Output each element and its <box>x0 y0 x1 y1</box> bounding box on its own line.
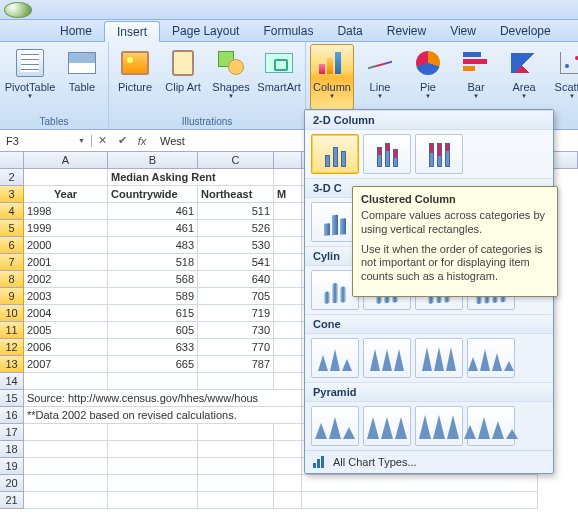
cell[interactable] <box>108 424 198 441</box>
row-header[interactable]: 4 <box>0 203 24 220</box>
cell[interactable] <box>302 475 538 492</box>
cell[interactable] <box>108 441 198 458</box>
cell[interactable] <box>274 441 302 458</box>
cell-source[interactable]: Source: http://www.census.gov/hhes/www/h… <box>24 390 302 407</box>
clipart-button[interactable]: Clip Art <box>161 44 205 110</box>
cell[interactable]: 1998 <box>24 203 108 220</box>
cell[interactable]: 730 <box>198 322 274 339</box>
cell[interactable] <box>274 254 302 271</box>
cell-header-m[interactable]: M <box>274 186 302 203</box>
pivottable-button[interactable]: PivotTable▼ <box>4 44 56 110</box>
cell[interactable]: 483 <box>108 237 198 254</box>
cell[interactable]: 589 <box>108 288 198 305</box>
cell[interactable] <box>198 424 274 441</box>
cancel-formula-icon[interactable]: ✕ <box>92 134 112 147</box>
row-header[interactable]: 6 <box>0 237 24 254</box>
tab-data[interactable]: Data <box>325 21 374 41</box>
cell[interactable] <box>24 424 108 441</box>
row-header[interactable]: 15 <box>0 390 24 407</box>
picture-button[interactable]: Picture <box>113 44 157 110</box>
row-header[interactable]: 18 <box>0 441 24 458</box>
chart-cone-clustered[interactable] <box>311 338 359 378</box>
row-header[interactable]: 17 <box>0 424 24 441</box>
cell-header-year[interactable]: Year <box>24 186 108 203</box>
cell[interactable] <box>274 220 302 237</box>
cell[interactable]: 665 <box>108 356 198 373</box>
scatter-chart-button[interactable]: Scatter▼ <box>550 44 578 110</box>
chart-pyramid-3d[interactable] <box>467 406 515 446</box>
cell[interactable]: 770 <box>198 339 274 356</box>
col-header-b[interactable]: B <box>108 152 198 169</box>
cell[interactable] <box>274 424 302 441</box>
cell[interactable] <box>24 475 108 492</box>
row-header[interactable]: 11 <box>0 322 24 339</box>
cell[interactable] <box>302 492 538 509</box>
smartart-button[interactable]: SmartArt <box>257 44 301 110</box>
cell[interactable]: 1999 <box>24 220 108 237</box>
tab-view[interactable]: View <box>438 21 488 41</box>
cell[interactable] <box>198 441 274 458</box>
cell[interactable] <box>274 356 302 373</box>
chart-cone-3d[interactable] <box>467 338 515 378</box>
cell[interactable]: 605 <box>108 322 198 339</box>
cell[interactable]: 541 <box>198 254 274 271</box>
chart-pyramid-stacked[interactable] <box>363 406 411 446</box>
chart-clustered-column[interactable] <box>311 134 359 174</box>
row-header[interactable]: 10 <box>0 305 24 322</box>
fx-icon[interactable]: fx <box>132 135 152 147</box>
row-header[interactable]: 9 <box>0 288 24 305</box>
cell[interactable]: 2003 <box>24 288 108 305</box>
chart-pyramid-clustered[interactable] <box>311 406 359 446</box>
cell[interactable] <box>274 322 302 339</box>
cell-header-countrywide[interactable]: Countrywide <box>108 186 198 203</box>
cell[interactable]: 2007 <box>24 356 108 373</box>
shapes-button[interactable]: Shapes▼ <box>209 44 253 110</box>
cell[interactable] <box>274 373 302 390</box>
cell[interactable]: 461 <box>108 220 198 237</box>
cell[interactable]: 2002 <box>24 271 108 288</box>
cell[interactable]: 568 <box>108 271 198 288</box>
office-button[interactable] <box>4 2 32 18</box>
row-header[interactable]: 14 <box>0 373 24 390</box>
cell[interactable]: 461 <box>108 203 198 220</box>
cell[interactable] <box>108 373 198 390</box>
area-chart-button[interactable]: Area▼ <box>502 44 546 110</box>
cell[interactable] <box>24 373 108 390</box>
cell[interactable] <box>274 271 302 288</box>
bar-chart-button[interactable]: Bar▼ <box>454 44 498 110</box>
row-header[interactable]: 12 <box>0 339 24 356</box>
cell[interactable] <box>274 237 302 254</box>
cell[interactable] <box>274 458 302 475</box>
cell[interactable] <box>274 203 302 220</box>
tab-page-layout[interactable]: Page Layout <box>160 21 251 41</box>
tab-home[interactable]: Home <box>48 21 104 41</box>
chart-100-stacked-column[interactable] <box>415 134 463 174</box>
cell[interactable]: 2000 <box>24 237 108 254</box>
row-header[interactable]: 8 <box>0 271 24 288</box>
tab-formulas[interactable]: Formulas <box>251 21 325 41</box>
row-header[interactable]: 2 <box>0 169 24 186</box>
cell-header-northeast[interactable]: Northeast <box>198 186 274 203</box>
row-header[interactable]: 19 <box>0 458 24 475</box>
cell[interactable]: 526 <box>198 220 274 237</box>
column-chart-button[interactable]: Column▼ <box>310 44 354 110</box>
cell[interactable] <box>108 458 198 475</box>
cell[interactable]: 2004 <box>24 305 108 322</box>
select-all-corner[interactable] <box>0 152 24 169</box>
cell[interactable] <box>108 475 198 492</box>
table-button[interactable]: Table <box>60 44 104 110</box>
cell[interactable] <box>198 169 274 186</box>
chart-stacked-column[interactable] <box>363 134 411 174</box>
cell[interactable]: 705 <box>198 288 274 305</box>
col-header-d[interactable] <box>274 152 302 169</box>
cell[interactable]: 615 <box>108 305 198 322</box>
pie-chart-button[interactable]: Pie▼ <box>406 44 450 110</box>
row-header[interactable]: 20 <box>0 475 24 492</box>
cell[interactable] <box>274 305 302 322</box>
cell[interactable] <box>274 169 302 186</box>
cell[interactable] <box>274 475 302 492</box>
chart-pyramid-100[interactable] <box>415 406 463 446</box>
cell[interactable] <box>198 475 274 492</box>
cell[interactable] <box>198 492 274 509</box>
tab-review[interactable]: Review <box>375 21 438 41</box>
